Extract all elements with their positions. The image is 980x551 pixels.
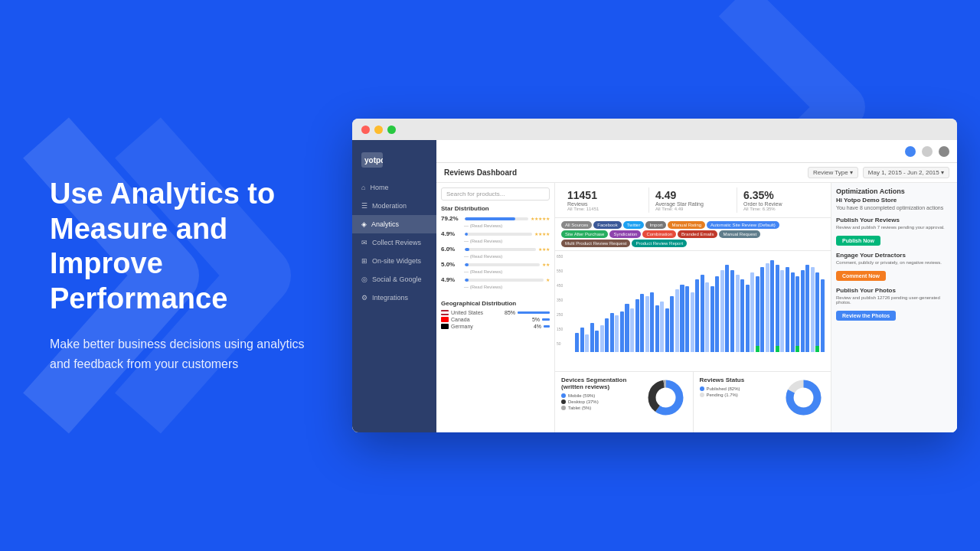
dashboard-body: Search for products... Star Distribution… [436,183,957,432]
bar-col [791,272,795,352]
opt-store-name: Hi Yotpo Demo Store [836,197,952,204]
bar-col [645,296,649,352]
review-type-select[interactable]: Review Type ▾ [808,167,858,178]
tag-product-review-report[interactable]: Product Review Report [632,240,687,247]
bar [770,260,774,352]
bar [595,331,599,352]
ca-flag [441,317,449,322]
bar-col [675,289,679,352]
de-bar [544,325,550,328]
bar [620,311,624,352]
bar [710,286,714,352]
geo-row-de: Germany 4% [441,324,550,329]
sidebar-item-integrations[interactable]: ⚙ Integrations [352,289,436,307]
tag-all-sources[interactable]: All Sources [561,221,592,229]
publish-reviews-button[interactable]: Publish Now [836,236,880,246]
stat-reviews: 11451 Reviews All Time: 11451 [561,187,649,213]
devices-segmentation-panel: Devices Segmentation (written reviews) M… [555,372,694,432]
bar [725,265,729,352]
reviews-status-panel: Reviews Status Published (82%) Pending (… [694,372,831,432]
bar [640,294,644,352]
review-photos-button[interactable]: Review the Photos [836,311,896,321]
sidebar-logo: yotpo [352,146,436,178]
top-bar [436,140,957,163]
bar-col [815,272,819,352]
bar [815,272,819,352]
star-dist-row-1: 4.9% ★ [441,276,550,283]
bar-col [640,294,644,352]
star5-link: — (Read Reviews) [464,223,550,228]
bar [740,279,744,352]
bar [786,267,789,352]
bar-col [665,308,669,352]
tag-site-after-purchase[interactable]: Site After Purchase [561,230,608,238]
bar [715,276,719,352]
bar-col [776,265,779,352]
center-panel: 11451 Reviews All Time: 11451 4.49 Avera… [555,183,831,432]
search-box[interactable]: Search for products... [441,187,550,201]
user-icon[interactable] [939,146,949,157]
dashboard-title: Reviews Dashboard [444,168,517,177]
dashboard-controls: Review Type ▾ May 1, 2015 - Jun 2, 2015 … [808,167,949,178]
legend-desktop: Desktop (37%) [561,399,639,404]
bar-col [695,279,699,352]
sidebar-item-collect[interactable]: ✉ Collect Reviews [352,233,436,252]
tag-manual-request[interactable]: Manual Request [719,230,760,238]
sidebar-item-home[interactable]: ⌂ Home [352,178,436,197]
tag-automatic[interactable]: Automatic Site Review (Default) [707,221,779,229]
bar [746,285,750,352]
bar-col [660,302,664,352]
bar [630,308,634,352]
bar [821,279,825,352]
opt-section-photos: Publish Your Photos Review and publish 1… [836,287,952,321]
tag-twitter[interactable]: Twitter [623,221,645,229]
sidebar-item-moderation[interactable]: ☰ Moderation [352,197,436,215]
bar [756,276,760,352]
bar [625,304,629,352]
moderation-icon: ☰ [361,202,368,210]
comment-now-button[interactable]: Comment Now [836,271,886,281]
bar-col [610,313,614,352]
bar [766,263,769,352]
bar [670,296,674,352]
bar [811,267,815,352]
tag-branded-emails[interactable]: Branded Emails [678,230,717,238]
bar [791,272,795,352]
tag-combination[interactable]: Combination [642,230,676,238]
dash-bottom-panels: Devices Segmentation (written reviews) M… [555,371,831,432]
star-dist-row-5: 79.2% ★★★★★ [441,215,550,222]
svg-point-8 [795,389,813,407]
date-range-select[interactable]: May 1, 2015 - Jun 2, 2015 ▾ [863,167,949,178]
bar-col [650,292,654,352]
bar-col [710,286,714,352]
notification-icon[interactable] [905,146,916,157]
us-bar [518,311,550,314]
dashboard-header: Reviews Dashboard Review Type ▾ May 1, 2… [436,163,957,183]
devices-legend: Devices Segmentation (written reviews) M… [561,377,639,428]
tag-facebook[interactable]: Facebook [593,221,621,229]
de-flag [441,324,449,329]
dashboard-screenshot: yotpo ⌂ Home ☰ Moderation ◈ Analytics ✉ … [352,119,957,432]
tag-manual-rating[interactable]: Manual Rating [668,221,705,229]
tag-multi-product[interactable]: Multi Product Review Request [561,240,630,247]
bar-col [585,334,589,352]
legend-pending: Pending (1.7%) [700,393,777,397]
social-icon: ◎ [361,276,368,283]
left-text-panel: Use Analytics to Measure and Improve Per… [50,177,325,374]
sidebar-item-onsite[interactable]: ⊞ On-site Widgets [352,252,436,270]
star-dist-title: Star Distribution [441,205,550,212]
bar-col [685,286,689,352]
settings-icon[interactable] [922,146,933,157]
stats-row: 11451 Reviews All Time: 11451 4.49 Avera… [555,183,831,218]
bar-col [770,260,774,352]
bar [750,272,754,352]
sidebar-item-social[interactable]: ◎ Social & Google [352,270,436,289]
sidebar-item-analytics[interactable]: ◈ Analytics [352,215,436,233]
tag-import[interactable]: Import [645,221,666,229]
bar-col [805,265,809,352]
bar [655,305,659,352]
tag-syndication[interactable]: Syndication [609,230,641,238]
opt-description: You have 8 uncompleted optimization acti… [836,205,952,210]
bar [605,318,609,352]
integrations-icon: ⚙ [361,294,368,302]
